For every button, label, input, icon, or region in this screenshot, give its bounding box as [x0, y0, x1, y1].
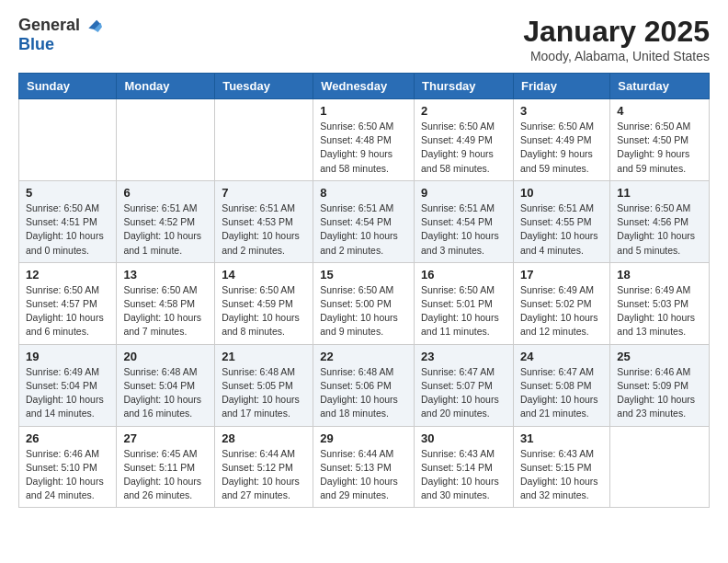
day-number: 27 — [123, 431, 208, 445]
day-info: Sunrise: 6:46 AM Sunset: 5:09 PM Dayligh… — [617, 365, 702, 421]
day-info: Sunrise: 6:43 AM Sunset: 5:14 PM Dayligh… — [421, 447, 506, 503]
calendar-cell: 18Sunrise: 6:49 AM Sunset: 5:03 PM Dayli… — [610, 262, 710, 344]
day-info: Sunrise: 6:43 AM Sunset: 5:15 PM Dayligh… — [520, 447, 603, 503]
calendar-cell: 13Sunrise: 6:50 AM Sunset: 4:58 PM Dayli… — [117, 262, 215, 344]
calendar-cell: 29Sunrise: 6:44 AM Sunset: 5:13 PM Dayli… — [313, 426, 415, 508]
weekday-header-monday: Monday — [117, 74, 215, 99]
day-info: Sunrise: 6:47 AM Sunset: 5:07 PM Dayligh… — [421, 365, 506, 421]
day-info: Sunrise: 6:49 AM Sunset: 5:03 PM Dayligh… — [617, 283, 702, 339]
week-row-5: 26Sunrise: 6:46 AM Sunset: 5:10 PM Dayli… — [19, 426, 710, 508]
calendar-cell: 25Sunrise: 6:46 AM Sunset: 5:09 PM Dayli… — [610, 344, 710, 426]
calendar-cell: 19Sunrise: 6:49 AM Sunset: 5:04 PM Dayli… — [19, 344, 117, 426]
week-row-1: 1Sunrise: 6:50 AM Sunset: 4:48 PM Daylig… — [19, 99, 710, 181]
day-info: Sunrise: 6:50 AM Sunset: 4:48 PM Dayligh… — [320, 120, 407, 176]
day-number: 10 — [520, 186, 603, 200]
calendar-cell: 31Sunrise: 6:43 AM Sunset: 5:15 PM Dayli… — [513, 426, 609, 508]
calendar-cell: 15Sunrise: 6:50 AM Sunset: 5:00 PM Dayli… — [313, 262, 415, 344]
calendar-cell: 23Sunrise: 6:47 AM Sunset: 5:07 PM Dayli… — [415, 344, 514, 426]
calendar-cell: 20Sunrise: 6:48 AM Sunset: 5:04 PM Dayli… — [117, 344, 215, 426]
day-number: 13 — [123, 268, 208, 282]
day-number: 25 — [617, 350, 702, 363]
day-info: Sunrise: 6:51 AM Sunset: 4:54 PM Dayligh… — [320, 201, 407, 258]
calendar-cell: 24Sunrise: 6:47 AM Sunset: 5:08 PM Dayli… — [513, 344, 609, 426]
calendar-cell: 16Sunrise: 6:50 AM Sunset: 5:01 PM Dayli… — [415, 262, 514, 344]
day-info: Sunrise: 6:50 AM Sunset: 4:49 PM Dayligh… — [520, 120, 603, 176]
day-number: 2 — [421, 104, 506, 118]
calendar-cell: 7Sunrise: 6:51 AM Sunset: 4:53 PM Daylig… — [215, 180, 313, 262]
calendar-cell: 11Sunrise: 6:50 AM Sunset: 4:56 PM Dayli… — [610, 180, 710, 262]
calendar-table: SundayMondayTuesdayWednesdayThursdayFrid… — [18, 73, 710, 508]
week-row-4: 19Sunrise: 6:49 AM Sunset: 5:04 PM Dayli… — [19, 344, 710, 426]
day-number: 24 — [520, 350, 603, 363]
page-subtitle: Moody, Alabama, United States — [523, 49, 710, 63]
calendar-cell: 21Sunrise: 6:48 AM Sunset: 5:05 PM Dayli… — [215, 344, 313, 426]
week-row-3: 12Sunrise: 6:50 AM Sunset: 4:57 PM Dayli… — [19, 262, 710, 344]
calendar-cell: 8Sunrise: 6:51 AM Sunset: 4:54 PM Daylig… — [313, 180, 415, 262]
weekday-header-friday: Friday — [513, 74, 609, 99]
day-number: 21 — [222, 350, 306, 363]
day-number: 6 — [123, 186, 208, 200]
calendar-cell: 5Sunrise: 6:50 AM Sunset: 4:51 PM Daylig… — [19, 180, 117, 262]
weekday-header-row: SundayMondayTuesdayWednesdayThursdayFrid… — [19, 74, 710, 99]
day-info: Sunrise: 6:44 AM Sunset: 5:13 PM Dayligh… — [320, 447, 407, 503]
day-number: 22 — [320, 350, 407, 363]
day-number: 9 — [421, 186, 506, 200]
day-info: Sunrise: 6:49 AM Sunset: 5:02 PM Dayligh… — [520, 283, 603, 339]
day-info: Sunrise: 6:50 AM Sunset: 5:01 PM Dayligh… — [421, 283, 506, 339]
calendar-cell — [117, 99, 215, 181]
day-number: 5 — [26, 186, 109, 200]
day-info: Sunrise: 6:46 AM Sunset: 5:10 PM Dayligh… — [26, 447, 109, 503]
title-section: January 2025 Moody, Alabama, United Stat… — [523, 15, 710, 63]
calendar-cell: 26Sunrise: 6:46 AM Sunset: 5:10 PM Dayli… — [19, 426, 117, 508]
day-number: 7 — [222, 186, 306, 200]
calendar-cell: 3Sunrise: 6:50 AM Sunset: 4:49 PM Daylig… — [513, 99, 609, 181]
day-info: Sunrise: 6:47 AM Sunset: 5:08 PM Dayligh… — [520, 365, 603, 421]
logo-icon — [82, 15, 102, 35]
day-info: Sunrise: 6:51 AM Sunset: 4:52 PM Dayligh… — [123, 201, 208, 258]
day-number: 16 — [421, 268, 506, 282]
calendar-cell: 22Sunrise: 6:48 AM Sunset: 5:06 PM Dayli… — [313, 344, 415, 426]
day-number: 30 — [421, 431, 506, 445]
weekday-header-wednesday: Wednesday — [313, 74, 415, 99]
day-info: Sunrise: 6:50 AM Sunset: 4:59 PM Dayligh… — [222, 283, 306, 339]
day-info: Sunrise: 6:51 AM Sunset: 4:55 PM Dayligh… — [520, 201, 603, 258]
day-number: 1 — [320, 104, 407, 118]
calendar-cell: 17Sunrise: 6:49 AM Sunset: 5:02 PM Dayli… — [513, 262, 609, 344]
day-info: Sunrise: 6:50 AM Sunset: 4:56 PM Dayligh… — [617, 201, 702, 258]
day-info: Sunrise: 6:48 AM Sunset: 5:05 PM Dayligh… — [222, 365, 306, 421]
day-number: 19 — [26, 350, 109, 363]
day-number: 20 — [123, 350, 208, 363]
page-title: January 2025 — [523, 15, 710, 49]
day-number: 31 — [520, 431, 603, 445]
calendar-cell: 2Sunrise: 6:50 AM Sunset: 4:49 PM Daylig… — [415, 99, 514, 181]
calendar-cell: 30Sunrise: 6:43 AM Sunset: 5:14 PM Dayli… — [415, 426, 514, 508]
day-number: 18 — [617, 268, 702, 282]
day-number: 28 — [222, 431, 306, 445]
day-info: Sunrise: 6:44 AM Sunset: 5:12 PM Dayligh… — [222, 447, 306, 503]
logo-blue-text: Blue — [18, 35, 54, 54]
logo: General Blue — [18, 15, 102, 54]
calendar-cell: 28Sunrise: 6:44 AM Sunset: 5:12 PM Dayli… — [215, 426, 313, 508]
weekday-header-thursday: Thursday — [415, 74, 514, 99]
calendar-cell — [215, 99, 313, 181]
calendar-cell: 6Sunrise: 6:51 AM Sunset: 4:52 PM Daylig… — [117, 180, 215, 262]
day-number: 14 — [222, 268, 306, 282]
day-info: Sunrise: 6:48 AM Sunset: 5:06 PM Dayligh… — [320, 365, 407, 421]
day-number: 8 — [320, 186, 407, 200]
day-number: 11 — [617, 186, 702, 200]
day-number: 26 — [26, 431, 109, 445]
calendar-cell: 4Sunrise: 6:50 AM Sunset: 4:50 PM Daylig… — [610, 99, 710, 181]
calendar-cell: 10Sunrise: 6:51 AM Sunset: 4:55 PM Dayli… — [513, 180, 609, 262]
day-info: Sunrise: 6:50 AM Sunset: 4:58 PM Dayligh… — [123, 283, 208, 339]
calendar-cell: 12Sunrise: 6:50 AM Sunset: 4:57 PM Dayli… — [19, 262, 117, 344]
day-info: Sunrise: 6:49 AM Sunset: 5:04 PM Dayligh… — [26, 365, 109, 421]
day-info: Sunrise: 6:50 AM Sunset: 4:49 PM Dayligh… — [421, 120, 506, 176]
calendar-cell: 27Sunrise: 6:45 AM Sunset: 5:11 PM Dayli… — [117, 426, 215, 508]
weekday-header-tuesday: Tuesday — [215, 74, 313, 99]
calendar-cell: 14Sunrise: 6:50 AM Sunset: 4:59 PM Dayli… — [215, 262, 313, 344]
day-number: 12 — [26, 268, 109, 282]
day-number: 15 — [320, 268, 407, 282]
calendar-cell — [19, 99, 117, 181]
day-info: Sunrise: 6:48 AM Sunset: 5:04 PM Dayligh… — [123, 365, 208, 421]
day-info: Sunrise: 6:51 AM Sunset: 4:54 PM Dayligh… — [421, 201, 506, 258]
